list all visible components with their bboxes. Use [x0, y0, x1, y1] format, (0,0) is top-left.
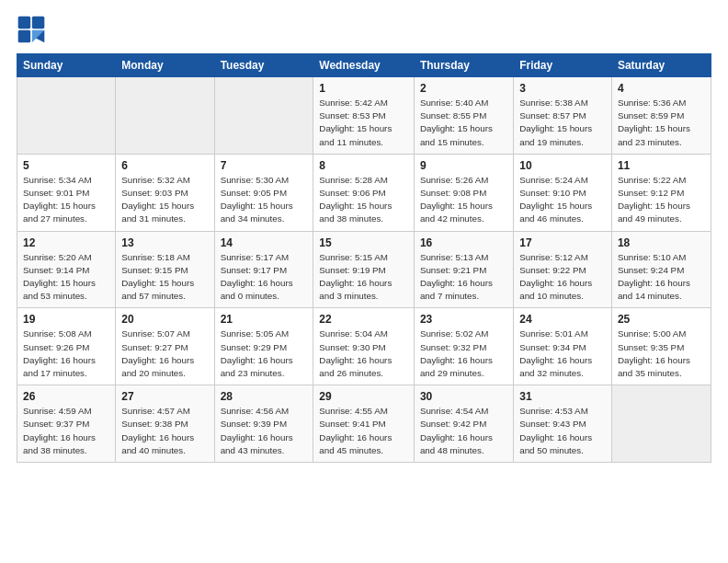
- day-number: 29: [319, 390, 408, 403]
- calendar-day-cell: 22Sunrise: 5:04 AMSunset: 9:30 PMDayligh…: [313, 308, 415, 385]
- calendar-day-cell: 2Sunrise: 5:40 AMSunset: 8:55 PMDaylight…: [414, 77, 513, 155]
- weekday-header-cell: Monday: [116, 54, 214, 77]
- day-detail: Sunrise: 5:13 AMSunset: 9:21 PMDaylight:…: [420, 251, 507, 304]
- calendar-day-cell: 1Sunrise: 5:42 AMSunset: 8:53 PMDaylight…: [313, 77, 415, 155]
- day-number: 14: [221, 236, 308, 249]
- calendar-day-cell: 4Sunrise: 5:36 AMSunset: 8:59 PMDaylight…: [611, 77, 711, 155]
- day-number: 25: [618, 313, 705, 326]
- svg-rect-2: [18, 30, 30, 42]
- calendar-day-cell: 13Sunrise: 5:18 AMSunset: 9:15 PMDayligh…: [116, 231, 214, 308]
- day-number: 9: [420, 159, 507, 172]
- day-detail: Sunrise: 5:18 AMSunset: 9:15 PMDaylight:…: [121, 251, 208, 304]
- calendar-table: SundayMondayTuesdayWednesdayThursdayFrid…: [17, 53, 711, 463]
- day-number: 11: [618, 159, 705, 172]
- day-detail: Sunrise: 4:57 AMSunset: 9:38 PMDaylight:…: [121, 405, 208, 457]
- calendar-week-row: 19Sunrise: 5:08 AMSunset: 9:26 PMDayligh…: [17, 308, 711, 385]
- day-detail: Sunrise: 5:26 AMSunset: 9:08 PMDaylight:…: [420, 174, 507, 226]
- calendar-day-cell: 14Sunrise: 5:17 AMSunset: 9:17 PMDayligh…: [214, 231, 313, 308]
- day-number: 23: [420, 313, 507, 326]
- calendar-day-cell: 26Sunrise: 4:59 AMSunset: 9:37 PMDayligh…: [17, 385, 116, 463]
- day-detail: Sunrise: 5:24 AMSunset: 9:10 PMDaylight:…: [519, 174, 606, 226]
- day-number: 5: [23, 159, 109, 172]
- day-detail: Sunrise: 4:53 AMSunset: 9:43 PMDaylight:…: [519, 405, 606, 457]
- calendar-day-cell: 17Sunrise: 5:12 AMSunset: 9:22 PMDayligh…: [514, 231, 612, 308]
- day-detail: Sunrise: 5:04 AMSunset: 9:30 PMDaylight:…: [319, 327, 408, 380]
- day-detail: Sunrise: 5:10 AMSunset: 9:24 PMDaylight:…: [618, 251, 705, 304]
- day-detail: Sunrise: 4:55 AMSunset: 9:41 PMDaylight:…: [319, 405, 408, 457]
- day-number: 4: [618, 82, 705, 95]
- day-detail: Sunrise: 5:15 AMSunset: 9:19 PMDaylight:…: [319, 251, 408, 304]
- day-detail: Sunrise: 5:17 AMSunset: 9:17 PMDaylight:…: [221, 251, 308, 304]
- day-number: 28: [221, 390, 308, 403]
- day-number: 16: [420, 236, 507, 249]
- calendar-week-row: 5Sunrise: 5:34 AMSunset: 9:01 PMDaylight…: [17, 154, 711, 231]
- day-detail: Sunrise: 5:32 AMSunset: 9:03 PMDaylight:…: [121, 174, 208, 226]
- calendar-day-cell: 5Sunrise: 5:34 AMSunset: 9:01 PMDaylight…: [17, 154, 116, 231]
- day-detail: Sunrise: 5:34 AMSunset: 9:01 PMDaylight:…: [23, 174, 109, 226]
- day-detail: Sunrise: 5:08 AMSunset: 9:26 PMDaylight:…: [23, 327, 109, 380]
- calendar-day-cell: 21Sunrise: 5:05 AMSunset: 9:29 PMDayligh…: [214, 308, 313, 385]
- day-number: 15: [319, 236, 408, 249]
- svg-rect-0: [18, 17, 30, 29]
- calendar-day-cell: 19Sunrise: 5:08 AMSunset: 9:26 PMDayligh…: [17, 308, 116, 385]
- calendar-day-cell: 25Sunrise: 5:00 AMSunset: 9:35 PMDayligh…: [611, 308, 711, 385]
- day-number: 19: [23, 313, 109, 326]
- calendar-day-cell: [611, 385, 711, 463]
- day-number: 8: [319, 159, 408, 172]
- day-detail: Sunrise: 5:28 AMSunset: 9:06 PMDaylight:…: [319, 174, 408, 226]
- calendar-day-cell: [214, 77, 313, 155]
- calendar-day-cell: 3Sunrise: 5:38 AMSunset: 8:57 PMDaylight…: [514, 77, 612, 155]
- day-number: 12: [23, 236, 109, 249]
- calendar-day-cell: 27Sunrise: 4:57 AMSunset: 9:38 PMDayligh…: [116, 385, 214, 463]
- day-number: 7: [221, 159, 308, 172]
- calendar-day-cell: 16Sunrise: 5:13 AMSunset: 9:21 PMDayligh…: [414, 231, 513, 308]
- day-number: 18: [618, 236, 705, 249]
- calendar-day-cell: 6Sunrise: 5:32 AMSunset: 9:03 PMDaylight…: [116, 154, 214, 231]
- calendar-day-cell: [17, 77, 116, 155]
- calendar-day-cell: 29Sunrise: 4:55 AMSunset: 9:41 PMDayligh…: [313, 385, 415, 463]
- logo-icon: [17, 15, 46, 44]
- calendar-day-cell: 30Sunrise: 4:54 AMSunset: 9:42 PMDayligh…: [414, 385, 513, 463]
- calendar-week-row: 26Sunrise: 4:59 AMSunset: 9:37 PMDayligh…: [17, 385, 711, 463]
- day-number: 21: [221, 313, 308, 326]
- calendar-day-cell: 9Sunrise: 5:26 AMSunset: 9:08 PMDaylight…: [414, 154, 513, 231]
- weekday-header-cell: Thursday: [414, 54, 513, 77]
- day-number: 30: [420, 390, 507, 403]
- weekday-header-cell: Sunday: [17, 54, 116, 77]
- day-detail: Sunrise: 5:00 AMSunset: 9:35 PMDaylight:…: [618, 327, 705, 380]
- day-detail: Sunrise: 5:30 AMSunset: 9:05 PMDaylight:…: [221, 174, 308, 226]
- calendar-body: 1Sunrise: 5:42 AMSunset: 8:53 PMDaylight…: [17, 77, 711, 463]
- day-detail: Sunrise: 4:56 AMSunset: 9:39 PMDaylight:…: [221, 405, 308, 457]
- calendar-day-cell: 23Sunrise: 5:02 AMSunset: 9:32 PMDayligh…: [414, 308, 513, 385]
- calendar-week-row: 12Sunrise: 5:20 AMSunset: 9:14 PMDayligh…: [17, 231, 711, 308]
- day-number: 17: [519, 236, 606, 249]
- day-number: 27: [121, 390, 208, 403]
- weekday-header-cell: Friday: [514, 54, 612, 77]
- weekday-header-row: SundayMondayTuesdayWednesdayThursdayFrid…: [17, 54, 711, 77]
- calendar-day-cell: 28Sunrise: 4:56 AMSunset: 9:39 PMDayligh…: [214, 385, 313, 463]
- day-detail: Sunrise: 5:38 AMSunset: 8:57 PMDaylight:…: [519, 97, 606, 149]
- calendar-day-cell: 20Sunrise: 5:07 AMSunset: 9:27 PMDayligh…: [116, 308, 214, 385]
- day-number: 10: [519, 159, 606, 172]
- calendar-day-cell: 18Sunrise: 5:10 AMSunset: 9:24 PMDayligh…: [611, 231, 711, 308]
- day-detail: Sunrise: 4:54 AMSunset: 9:42 PMDaylight:…: [420, 405, 507, 457]
- calendar-day-cell: 12Sunrise: 5:20 AMSunset: 9:14 PMDayligh…: [17, 231, 116, 308]
- day-number: 24: [519, 313, 606, 326]
- day-number: 3: [519, 82, 606, 95]
- day-detail: Sunrise: 5:40 AMSunset: 8:55 PMDaylight:…: [420, 97, 507, 149]
- page: SundayMondayTuesdayWednesdayThursdayFrid…: [0, 0, 728, 563]
- calendar-week-row: 1Sunrise: 5:42 AMSunset: 8:53 PMDaylight…: [17, 77, 711, 155]
- day-number: 26: [23, 390, 109, 403]
- day-detail: Sunrise: 5:42 AMSunset: 8:53 PMDaylight:…: [319, 97, 408, 149]
- calendar-day-cell: 11Sunrise: 5:22 AMSunset: 9:12 PMDayligh…: [611, 154, 711, 231]
- calendar-day-cell: 10Sunrise: 5:24 AMSunset: 9:10 PMDayligh…: [514, 154, 612, 231]
- day-detail: Sunrise: 4:59 AMSunset: 9:37 PMDaylight:…: [23, 405, 109, 457]
- day-detail: Sunrise: 5:05 AMSunset: 9:29 PMDaylight:…: [221, 327, 308, 380]
- calendar-day-cell: 7Sunrise: 5:30 AMSunset: 9:05 PMDaylight…: [214, 154, 313, 231]
- day-number: 1: [319, 82, 408, 95]
- day-detail: Sunrise: 5:36 AMSunset: 8:59 PMDaylight:…: [618, 97, 705, 149]
- day-detail: Sunrise: 5:22 AMSunset: 9:12 PMDaylight:…: [618, 174, 705, 226]
- day-number: 22: [319, 313, 408, 326]
- calendar-day-cell: 24Sunrise: 5:01 AMSunset: 9:34 PMDayligh…: [514, 308, 612, 385]
- header: [17, 15, 711, 44]
